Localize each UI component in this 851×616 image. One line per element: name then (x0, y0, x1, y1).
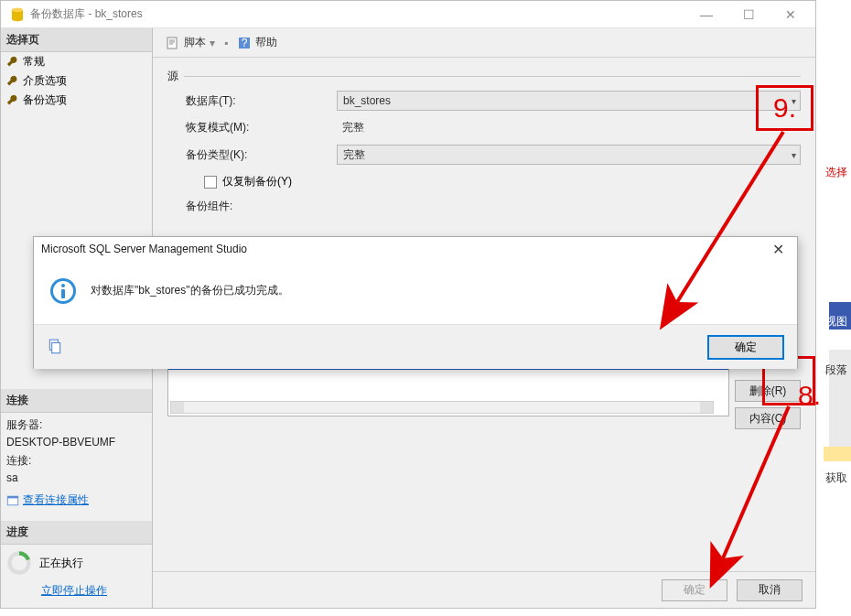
sidebar-item-general[interactable]: 常规 (1, 52, 152, 71)
close-icon[interactable]: ✕ (767, 241, 790, 258)
sidebar-item-media[interactable]: 介质选项 (1, 71, 152, 91)
chevron-down-icon: ▾ (210, 37, 215, 49)
success-messagebox: Microsoft SQL Server Management Studio ✕… (33, 236, 798, 369)
messagebox-titlebar: Microsoft SQL Server Management Studio ✕ (34, 237, 797, 261)
database-icon (10, 7, 25, 22)
ok-button[interactable]: 确定 (662, 579, 727, 601)
connection-info: 服务器: DESKTOP-BBVEUMF 连接: sa (1, 413, 152, 491)
sidebar-item-label: 常规 (23, 54, 45, 70)
component-label: 备份组件: (186, 199, 337, 214)
link-label: 立即停止操作 (41, 583, 107, 599)
clip-text: 段落 (825, 362, 847, 378)
maximize-button[interactable]: ☐ (727, 1, 770, 27)
connection-header: 连接 (1, 389, 152, 413)
button-label: 内容(C) (749, 411, 787, 427)
database-label: 数据库(T): (186, 93, 337, 109)
sidebar-item-backup-options[interactable]: 备份选项 (1, 91, 152, 110)
svg-point-10 (61, 284, 65, 287)
recovery-value: 完整 (337, 120, 801, 135)
copy-only-checkbox[interactable]: 仅复制备份(Y) (204, 174, 801, 189)
svg-rect-11 (61, 289, 65, 298)
wrench-icon (6, 56, 19, 69)
background-app-clip: 选择 视图 段落 获取 (816, 0, 851, 616)
button-label: 取消 (759, 582, 781, 598)
clip-orange (824, 447, 851, 461)
divider (184, 76, 801, 77)
svg-point-1 (12, 7, 23, 11)
checkbox-icon (204, 176, 217, 189)
chevron-down-icon: ▾ (792, 150, 796, 160)
conn-value: sa (6, 470, 146, 487)
annotation-label: 9. (773, 92, 796, 124)
conn-label: 连接: (6, 452, 146, 470)
backup-type-label: 备份类型(K): (186, 147, 337, 163)
view-connection-properties[interactable]: 查看连接属性 (1, 491, 152, 510)
script-icon (166, 36, 180, 50)
minimize-button[interactable]: — (685, 1, 727, 27)
database-dropdown[interactable]: bk_stores ▾ (337, 91, 801, 111)
messagebox-text: 对数据库"bk_stores"的备份已成功完成。 (91, 283, 289, 298)
script-button[interactable]: 脚本 ▾ (160, 33, 221, 52)
select-page-header: 选择页 (1, 28, 152, 52)
wrench-icon (6, 75, 19, 88)
progress-ring-icon (6, 550, 32, 576)
server-value: DESKTOP-BBVEUMF (6, 434, 146, 451)
clip-text: 获取 (825, 470, 847, 486)
toolbar-label: 帮助 (255, 35, 277, 50)
window-controls: — ☐ ✕ (685, 1, 812, 27)
info-icon (48, 276, 78, 306)
clip-text: 选择 (825, 165, 847, 180)
messagebox-title: Microsoft SQL Server Management Studio (41, 243, 247, 255)
annotation-label: 8. (798, 380, 821, 411)
button-label: 确定 (684, 582, 706, 598)
titlebar: 备份数据库 - bk_stores — ☐ ✕ (1, 1, 815, 28)
progress-label: 正在执行 (39, 556, 83, 571)
dialog-bottom-bar: 确定 取消 (153, 571, 815, 608)
svg-rect-5 (167, 38, 177, 49)
progress-status: 正在执行 (1, 545, 152, 581)
recovery-label: 恢复模式(M): (186, 120, 337, 135)
separator: ▪ (224, 37, 228, 49)
help-icon: ? (237, 36, 252, 50)
toolbar-label: 脚本 (184, 35, 206, 50)
server-label: 服务器: (6, 416, 146, 434)
annotation-box-9: 9. (756, 85, 813, 131)
content-button[interactable]: 内容(C) (735, 407, 801, 429)
horizontal-scrollbar[interactable] (170, 401, 714, 414)
sidebar-item-label: 介质选项 (23, 73, 67, 89)
wrench-icon (6, 94, 19, 107)
stop-operation[interactable]: 立即停止操作 (1, 581, 152, 600)
dropdown-value: 完整 (343, 147, 365, 163)
checkbox-label: 仅复制备份(Y) (222, 174, 292, 189)
dropdown-value: bk_stores (343, 94, 391, 107)
messagebox-ok-button[interactable]: 确定 (707, 335, 784, 360)
clip-text: 视图 (825, 314, 847, 330)
sidebar-item-label: 备份选项 (23, 92, 67, 108)
copy-icon[interactable] (47, 339, 63, 355)
progress-header: 进度 (1, 521, 152, 545)
window-title: 备份数据库 - bk_stores (30, 6, 685, 22)
svg-rect-13 (52, 343, 60, 353)
toolbar: 脚本 ▾ ▪ ? 帮助 (153, 28, 815, 58)
properties-icon (6, 494, 19, 507)
close-button[interactable]: ✕ (770, 1, 812, 27)
svg-rect-3 (8, 498, 18, 504)
group-label: 源 (167, 67, 178, 86)
source-group: 源 (167, 67, 801, 86)
cancel-button[interactable]: 取消 (737, 579, 803, 601)
help-button[interactable]: ? 帮助 (232, 33, 283, 52)
button-label: 确定 (735, 340, 757, 353)
link-label: 查看连接属性 (23, 492, 89, 508)
backup-type-dropdown[interactable]: 完整 ▾ (337, 145, 801, 165)
svg-text:?: ? (242, 37, 248, 49)
